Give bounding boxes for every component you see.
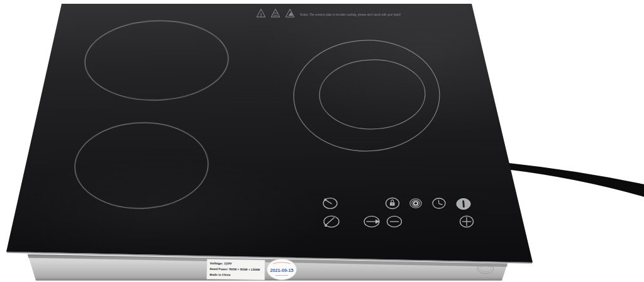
exclamation-glyph: ! xyxy=(260,12,262,18)
label-made-in: Made in China xyxy=(209,273,230,276)
warning-text: Notice: The ceramic plate is hot after c… xyxy=(300,13,401,16)
lock-keyhole xyxy=(392,203,393,205)
cooktop-photo: Voltage: 110V Rated Power: 900W + 900W +… xyxy=(0,0,644,282)
sticker-date-text: 2021-09-15 xyxy=(270,268,294,273)
power-button[interactable] xyxy=(457,198,470,209)
date-sticker: 2021-09-15 xyxy=(267,259,297,280)
cooktop-scene: Voltage: 110V Rated Power: 900W + 900W +… xyxy=(0,0,644,282)
